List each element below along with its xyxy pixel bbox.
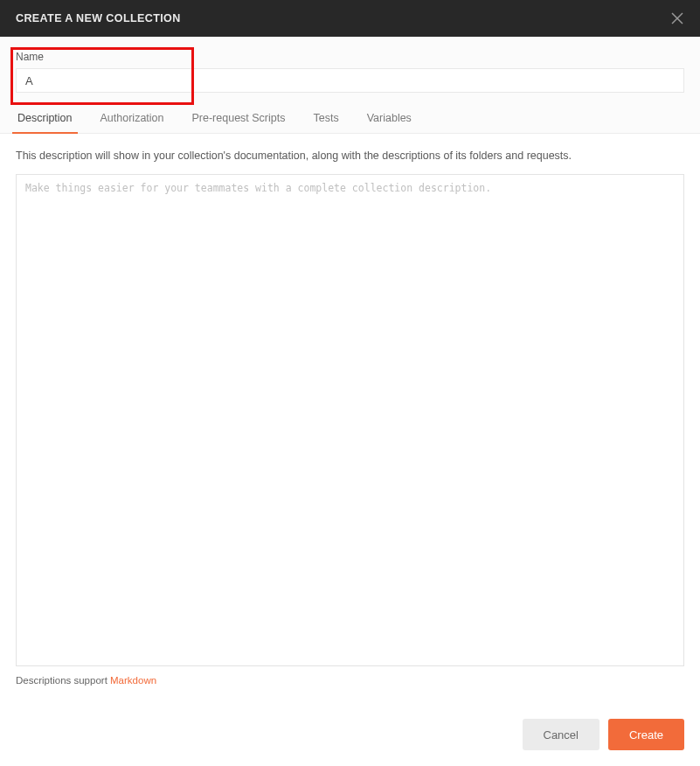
tab-pre-request-scripts[interactable]: Pre-request Scripts xyxy=(178,101,300,133)
tab-description[interactable]: Description xyxy=(3,101,87,133)
name-label: Name xyxy=(16,51,684,63)
description-hint: This description will show in your colle… xyxy=(16,150,684,162)
name-section: Name xyxy=(0,37,700,101)
close-icon xyxy=(671,12,683,24)
tab-authorization[interactable]: Authorization xyxy=(87,101,178,133)
tab-variables[interactable]: Variables xyxy=(353,101,426,133)
name-input[interactable] xyxy=(16,68,684,93)
modal-footer: Cancel Create xyxy=(0,698,700,766)
modal-header: CREATE A NEW COLLECTION xyxy=(0,0,700,37)
tab-content-description: This description will show in your colle… xyxy=(0,134,700,698)
description-footer-text: Descriptions support xyxy=(16,675,110,686)
create-collection-modal: CREATE A NEW COLLECTION Name Description… xyxy=(0,0,700,766)
tab-tests[interactable]: Tests xyxy=(299,101,352,133)
create-button[interactable]: Create xyxy=(608,719,684,750)
markdown-link[interactable]: Markdown xyxy=(110,675,156,686)
modal-title: CREATE A NEW COLLECTION xyxy=(16,12,181,24)
tabs: Description Authorization Pre-request Sc… xyxy=(0,101,700,134)
modal-body: Name Description Authorization Pre-reque… xyxy=(0,37,700,766)
description-footer: Descriptions support Markdown xyxy=(16,675,684,686)
description-textarea[interactable] xyxy=(16,174,684,666)
cancel-button[interactable]: Cancel xyxy=(523,719,600,750)
close-button[interactable] xyxy=(669,10,686,27)
